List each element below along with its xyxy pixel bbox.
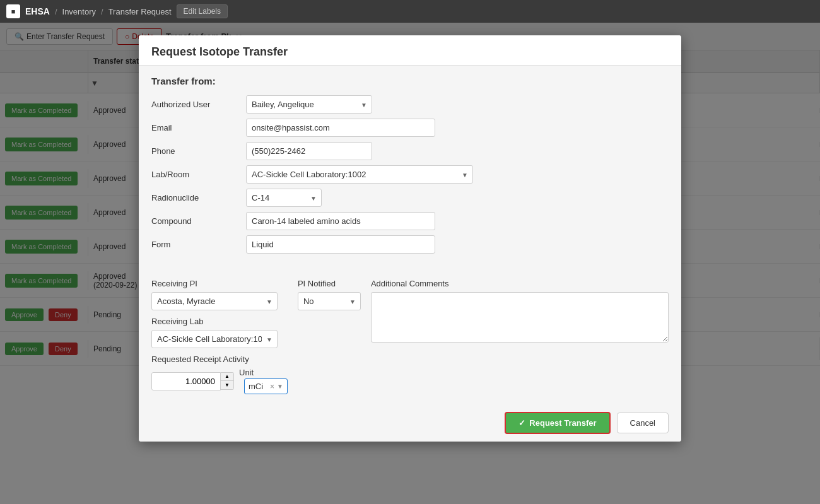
email-row: Email (151, 119, 669, 137)
compound-row: Compound (151, 212, 669, 230)
modal-overlay: Request Isotope Transfer Transfer from: … (0, 23, 820, 504)
nav-transfer-request[interactable]: Transfer Request (108, 7, 172, 16)
spinner-down-button[interactable]: ▼ (221, 381, 233, 389)
request-transfer-button[interactable]: ✓ Request Transfer (505, 412, 610, 434)
form-row: Form (151, 235, 669, 254)
topbar: ■ EHSA / Inventory / Transfer Request Ed… (0, 0, 820, 23)
lab-room-label: Lab/Room (151, 170, 240, 179)
receiving-lab-section: Receiving Lab AC-Sickle Cell Laboratory:… (151, 317, 288, 348)
activity-input-wrap: ▲ ▼ (151, 372, 234, 390)
additional-comments-textarea[interactable] (371, 292, 669, 343)
app-logo: ■ (6, 4, 20, 18)
pi-notified-label: PI Notified (298, 279, 361, 288)
compound-input[interactable] (246, 212, 435, 230)
lab-room-select[interactable]: AC-Sickle Cell Laboratory:1002 (246, 165, 473, 184)
bottom-section: Receiving PI Acosta, Myracle Receiving L… (151, 279, 669, 394)
unit-label: Unit (239, 368, 288, 377)
activity-spinner[interactable]: ▲ ▼ (221, 372, 234, 390)
phone-input[interactable] (246, 142, 372, 160)
nav-separator: / (55, 7, 57, 16)
radionuclide-select[interactable]: C-14 (246, 189, 322, 207)
page-content: 🔍 Enter Transfer Request ○ Delete Transf… (0, 23, 820, 504)
transfer-from-section-title: Transfer from: (151, 76, 669, 86)
authorized-user-row: Authorized User Bailey, Angelique (151, 95, 669, 114)
radionuclide-row: Radionuclide C-14 (151, 189, 669, 207)
phone-label: Phone (151, 146, 240, 156)
pi-notified-select[interactable]: No Yes (298, 292, 361, 310)
unit-clear-button[interactable]: × (270, 382, 274, 391)
cancel-button[interactable]: Cancel (617, 413, 669, 433)
requested-activity-label: Requested Receipt Activity (151, 355, 288, 364)
receiving-pi-select[interactable]: Acosta, Myracle (151, 292, 278, 310)
compound-label: Compound (151, 216, 240, 226)
nav-inventory[interactable]: Inventory (62, 7, 96, 16)
form-input[interactable] (246, 235, 435, 254)
modal-footer: ✓ Request Transfer Cancel (139, 404, 681, 442)
phone-row: Phone (151, 142, 669, 160)
spinner-up-button[interactable]: ▲ (221, 373, 233, 381)
pi-notified-col: PI Notified No Yes (298, 279, 361, 310)
form-label: Form (151, 240, 240, 249)
authorized-user-label: Authorized User (151, 100, 240, 109)
radionuclide-label: Radionuclide (151, 193, 240, 202)
unit-section: Unit mCi × ▼ (239, 368, 288, 394)
edit-labels-button[interactable]: Edit Labels (177, 4, 228, 18)
modal-header: Request Isotope Transfer (139, 35, 681, 66)
additional-comments-col: Additional Comments (371, 279, 669, 344)
activity-input[interactable] (151, 372, 221, 390)
nav-separator2: / (101, 7, 103, 16)
receiving-lab-select[interactable]: AC-Sickle Cell Laboratory:1002 (151, 330, 278, 348)
request-isotope-transfer-modal: Request Isotope Transfer Transfer from: … (139, 35, 681, 442)
transfer-button-icon: ✓ (518, 418, 525, 428)
lab-room-row: Lab/Room AC-Sickle Cell Laboratory:1002 (151, 165, 669, 184)
modal-body: Transfer from: Authorized User Bailey, A… (139, 66, 681, 404)
unit-input-wrap: mCi × ▼ (244, 378, 288, 394)
additional-comments-label: Additional Comments (371, 279, 669, 288)
email-label: Email (151, 123, 240, 132)
email-input[interactable] (246, 119, 435, 137)
receiving-lab-label: Receiving Lab (151, 317, 288, 326)
activity-section: Requested Receipt Activity ▲ ▼ (151, 355, 288, 394)
unit-dropdown-icon[interactable]: ▼ (277, 383, 283, 390)
receiving-col: Receiving PI Acosta, Myracle Receiving L… (151, 279, 288, 394)
authorized-user-select[interactable]: Bailey, Angelique (246, 95, 372, 114)
unit-value: mCi (249, 382, 267, 391)
app-brand: EHSA (25, 6, 50, 16)
modal-title: Request Isotope Transfer (151, 45, 669, 59)
receiving-pi-label: Receiving PI (151, 279, 288, 288)
